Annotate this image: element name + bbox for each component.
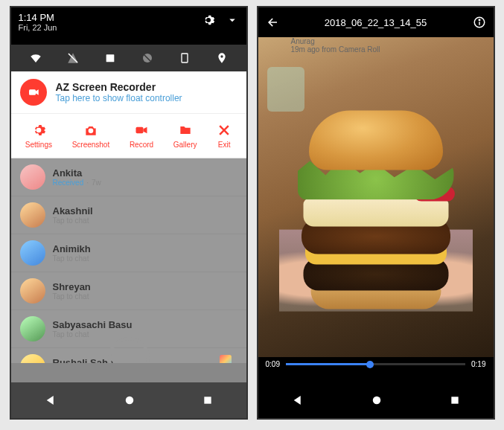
az-notification[interactable]: AZ Screen Recorder Tap here to show floa… bbox=[11, 71, 246, 114]
svg-rect-4 bbox=[182, 54, 188, 62]
burger-image bbox=[279, 74, 473, 312]
avatar bbox=[20, 278, 45, 304]
cellular-off-icon[interactable] bbox=[66, 51, 80, 65]
back-button[interactable] bbox=[291, 394, 304, 407]
avatar bbox=[20, 240, 45, 266]
chat-row[interactable]: Akashnil Tap to chat bbox=[11, 196, 246, 234]
chat-row[interactable]: Shreyan Tap to chat bbox=[11, 272, 246, 310]
chat-row[interactable]: Animikh Tap to chat bbox=[11, 234, 246, 272]
expand-icon[interactable] bbox=[226, 13, 239, 27]
dnd-icon[interactable] bbox=[140, 51, 155, 65]
video-title: 2018_06_22_13_14_55 bbox=[287, 17, 465, 28]
svg-rect-1 bbox=[106, 54, 114, 62]
svg-rect-6 bbox=[136, 127, 144, 133]
video-frame[interactable] bbox=[258, 37, 494, 357]
chat-name: Shreyan bbox=[53, 281, 91, 292]
video-header: 2018_06_22_13_14_55 bbox=[258, 7, 494, 37]
android-nav-bar bbox=[258, 382, 494, 418]
chat-name: Animikh bbox=[53, 243, 91, 254]
progress-bar[interactable]: 0:09 0:19 bbox=[258, 357, 494, 371]
az-settings-button[interactable]: Settings bbox=[25, 123, 52, 149]
wifi-icon[interactable] bbox=[28, 51, 43, 65]
time-total: 0:19 bbox=[471, 360, 485, 368]
svg-rect-10 bbox=[204, 397, 211, 403]
az-app-icon bbox=[20, 79, 47, 106]
az-screenshot-button[interactable]: Screenshot bbox=[72, 123, 110, 149]
home-button[interactable] bbox=[123, 394, 136, 407]
calendar-icon[interactable] bbox=[103, 51, 118, 65]
svg-rect-17 bbox=[451, 397, 458, 403]
time-elapsed: 0:09 bbox=[266, 360, 280, 368]
svg-point-9 bbox=[125, 397, 133, 405]
recents-button[interactable] bbox=[202, 394, 214, 406]
az-action-row: Settings Screenshot Record Gallery Exit bbox=[11, 114, 246, 158]
svg-rect-5 bbox=[29, 89, 36, 95]
back-button[interactable] bbox=[44, 394, 57, 407]
svg-point-13 bbox=[479, 19, 480, 21]
jar-prop bbox=[267, 67, 304, 112]
settings-icon[interactable] bbox=[202, 13, 215, 27]
az-gallery-button[interactable]: Gallery bbox=[173, 123, 197, 149]
avatar bbox=[20, 202, 45, 228]
snap-metadata: Anurag 19m ago from Camera Roll bbox=[291, 37, 380, 54]
portrait-icon[interactable] bbox=[177, 51, 192, 65]
seek-thumb[interactable] bbox=[366, 361, 374, 368]
chat-name: Ankita bbox=[53, 167, 101, 179]
location-icon[interactable] bbox=[214, 51, 229, 65]
bottom-bar bbox=[11, 363, 246, 382]
recents-button[interactable] bbox=[449, 394, 461, 406]
phone-left: 1:14 PM Fri, 22 Jun AZ Screen Recorder T… bbox=[10, 6, 248, 420]
phone-right: 2018_06_22_13_14_55 Anurag 19m ago from … bbox=[257, 6, 495, 420]
android-nav-bar bbox=[11, 382, 246, 418]
az-subtitle: Tap here to show float controller bbox=[56, 93, 182, 103]
home-button[interactable] bbox=[370, 394, 383, 407]
quick-settings-row bbox=[11, 45, 246, 71]
seek-track[interactable] bbox=[286, 363, 465, 365]
az-exit-button[interactable]: Exit bbox=[217, 123, 232, 149]
chat-name: Akashnil bbox=[53, 205, 93, 216]
chat-row[interactable]: Ankita Received · 7w bbox=[11, 158, 246, 196]
avatar bbox=[20, 316, 45, 341]
avatar bbox=[20, 164, 45, 190]
chat-list: Ankita Received · 7w Akashnil Tap to cha… bbox=[11, 158, 246, 388]
az-record-button[interactable]: Record bbox=[130, 123, 153, 149]
chat-name: Sabyasachi Basu bbox=[53, 319, 133, 330]
info-icon[interactable] bbox=[473, 16, 486, 29]
svg-point-16 bbox=[372, 397, 380, 405]
notification-shade-header: 1:14 PM Fri, 22 Jun bbox=[11, 7, 246, 45]
back-icon[interactable] bbox=[266, 16, 279, 29]
az-title: AZ Screen Recorder bbox=[56, 81, 182, 93]
